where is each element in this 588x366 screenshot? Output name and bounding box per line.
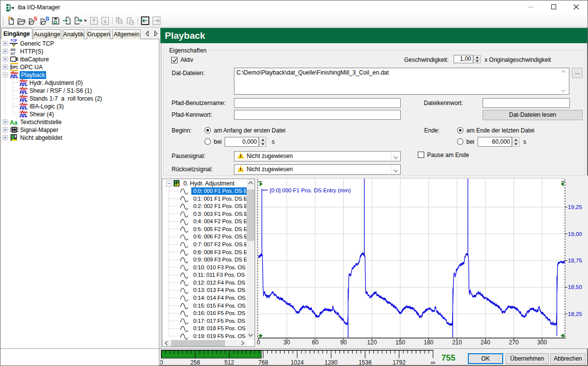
svg-text:1280: 1280 — [325, 359, 338, 366]
svg-text:TCP: TCP — [10, 39, 17, 42]
svg-text:300: 300 — [537, 339, 547, 346]
svg-text:180: 180 — [424, 339, 434, 346]
svg-text:ST: ST — [11, 52, 16, 56]
svg-text:B: B — [46, 16, 50, 22]
svg-text:18,75: 18,75 — [568, 258, 582, 263]
svg-text:[0:0] 000 F1 Pos. DS Entry (mm: [0:0] 000 F1 Pos. DS Entry (mm) — [270, 187, 351, 193]
svg-text:0: 0 — [257, 339, 260, 346]
svg-text:1792: 1792 — [392, 359, 406, 366]
svg-text:256: 256 — [190, 359, 200, 366]
svg-text:30: 30 — [283, 339, 290, 346]
svg-text:270: 270 — [509, 339, 519, 346]
svg-text:768: 768 — [258, 359, 268, 366]
svg-text:512: 512 — [224, 359, 234, 366]
svg-text:19,00: 19,00 — [568, 231, 582, 237]
svg-text:18,25: 18,25 — [568, 311, 582, 317]
svg-text:150: 150 — [395, 339, 405, 346]
svg-text:1536: 1536 — [358, 359, 372, 366]
svg-text:210: 210 — [452, 339, 462, 346]
svg-text:Aa: Aa — [10, 119, 18, 126]
svg-text:OPC: OPC — [11, 64, 19, 70]
svg-text:1024: 1024 — [291, 359, 304, 366]
svg-text:0: 0 — [160, 359, 163, 366]
svg-text:90: 90 — [340, 339, 347, 346]
svg-text:18,50: 18,50 — [568, 284, 582, 290]
svg-text:240: 240 — [481, 339, 490, 346]
svg-text:S: S — [34, 16, 37, 22]
svg-text:120: 120 — [367, 339, 377, 346]
svg-text:19,25: 19,25 — [568, 204, 582, 210]
svg-text:∞: ∞ — [431, 359, 435, 366]
svg-text:60: 60 — [312, 339, 319, 346]
